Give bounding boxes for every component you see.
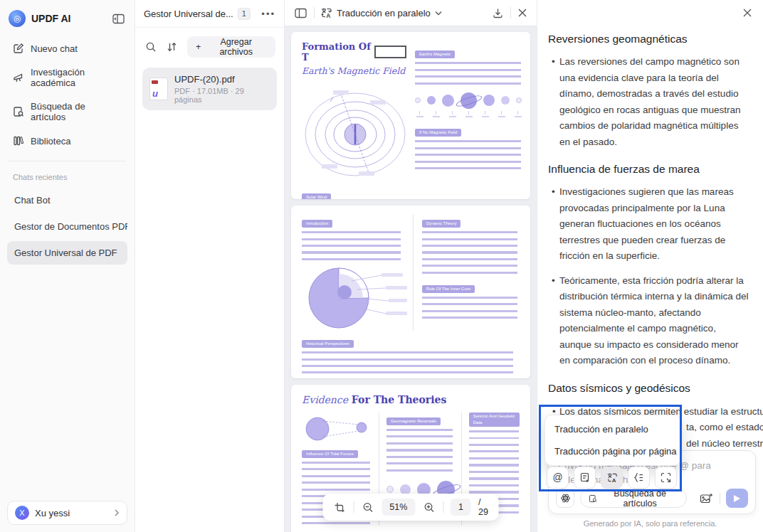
magnetic-field-diagram: [302, 80, 409, 186]
toggle-thumbnails-icon[interactable]: [293, 6, 308, 20]
pdf-badge: Dynamo Theory: [422, 220, 461, 228]
file-panel: Gestor Universal de... 1 ••• + Agregar a…: [135, 0, 285, 532]
file-list-item[interactable]: u UPDF-(20).pdf PDF · 17.01MB · 29 págin…: [142, 68, 277, 110]
page-total-label: / 29: [478, 497, 489, 517]
file-name: UPDF-(20).pdf: [174, 74, 270, 85]
chevron-down-icon: [435, 11, 442, 16]
bullet-paragraph: Teóricamente, esta fricción podría alter…: [559, 273, 749, 369]
collapse-sidebar-icon[interactable]: [111, 12, 126, 26]
page-number-input[interactable]: 1: [451, 499, 471, 516]
app-title: UPDF AI: [31, 13, 105, 24]
add-files-button[interactable]: + Agregar archivos: [187, 36, 275, 58]
pdf-badge: Seismic And Geodetic Data: [469, 413, 520, 427]
sidebar-item-label: Biblioteca: [31, 136, 70, 147]
search-icon[interactable]: [144, 40, 158, 54]
download-icon[interactable]: [491, 6, 505, 20]
pdf-badge: If No Magnetic Field: [415, 129, 461, 137]
section-heading: Influencia de fuerzas de marea: [548, 163, 754, 176]
sidebar-item-new-chat[interactable]: Nuevo chat: [7, 37, 127, 60]
translation-panel: Reversiones geomagnéticas Las reversione…: [537, 0, 763, 532]
pdf-badge: Influence Of Tidal Forces: [302, 450, 358, 458]
ai-disclaimer: Generado por IA, solo para referencia.: [537, 519, 763, 528]
text-lines-placeholder: [302, 231, 401, 261]
text-lines-placeholder: [415, 140, 521, 170]
saturn-icon: [461, 92, 477, 109]
ai-model-icon[interactable]: [556, 489, 574, 508]
text-lines-placeholder: [422, 297, 517, 320]
sort-icon[interactable]: [165, 40, 179, 54]
pdf-pages-area: Formation Of T Earth's Magnetic Field: [285, 26, 537, 532]
article-search-icon: [13, 106, 24, 117]
zoom-in-icon[interactable]: [422, 501, 436, 514]
recent-chats-label: Chats recientes: [7, 170, 127, 188]
translation-mode-dropdown[interactable]: A Traducción en paralelo: [320, 7, 442, 18]
file-panel-toolbar: + Agregar archivos: [135, 28, 284, 65]
pdf-page-1[interactable]: Formation Of T Earth's Magnetic Field: [291, 32, 530, 199]
updf-logo-icon: ◎: [9, 10, 26, 27]
user-account-button[interactable]: X Xu yessi: [7, 501, 127, 525]
text-lines-placeholder: [422, 231, 517, 275]
pdf-page-2[interactable]: Introduction: [291, 206, 530, 378]
chevron-right-icon: [114, 509, 120, 517]
text-lines-placeholder: [415, 62, 521, 85]
pdf-file-icon: u: [149, 78, 168, 100]
send-button[interactable]: [726, 489, 748, 508]
file-panel-title: Gestor Universal de...: [144, 9, 233, 19]
menu-item-parallel-translation[interactable]: Traducción en paralelo: [545, 418, 680, 440]
research-icon: [13, 72, 24, 83]
sidebar-header: ◎ UPDF AI: [7, 9, 127, 37]
chat-item-chat-bot[interactable]: Chat Bot: [7, 188, 127, 212]
summarize-icon[interactable]: [574, 467, 596, 489]
translation-mode-label: Traducción en paralelo: [337, 8, 431, 18]
bullet-line-fragment: ta, como el estado: [686, 422, 763, 432]
area-select-icon[interactable]: [655, 467, 677, 489]
add-image-icon[interactable]: [698, 491, 714, 506]
updf-ai-app: ◎ UPDF AI Nuevo chat Investigación acadé…: [0, 0, 763, 532]
article-search-icon: [589, 494, 597, 504]
bullet-paragraph: Las reversiones del campo magnético son …: [559, 54, 749, 150]
section-heading: Reversiones geomagnéticas: [548, 33, 754, 46]
sidebar-item-label: Investigación académica: [31, 67, 122, 88]
more-options-icon[interactable]: •••: [261, 9, 275, 19]
text-selection-box: [374, 46, 406, 58]
file-panel-header: Gestor Universal de... 1 •••: [135, 0, 284, 28]
close-viewer-icon[interactable]: [517, 7, 528, 18]
pdf-badge: Geomagnetic Reversals: [386, 417, 441, 425]
pdf-badge: Role Of The Inner Core: [422, 285, 475, 293]
chat-item-gestor-universal[interactable]: Gestor Universal de PDF: [7, 241, 127, 265]
file-count-badge: 1: [238, 8, 251, 20]
sidebar-divider: [9, 161, 126, 161]
translate-icon[interactable]: A: [601, 467, 623, 489]
pdf-page3-title: Evidence For The Theories: [302, 394, 520, 405]
svg-text:A: A: [611, 477, 616, 482]
viewer-topbar: A Traducción en paralelo: [285, 0, 537, 26]
pdf-badge: Earth's Magnetic: [415, 50, 456, 58]
extract-outline-icon[interactable]: [628, 467, 650, 489]
close-panel-icon[interactable]: [742, 7, 753, 18]
sidebar-item-article-search[interactable]: Búsqueda de artículos: [7, 95, 127, 128]
pdf-badge: Solar Wind: [302, 193, 331, 199]
sidebar-item-library[interactable]: Biblioteca: [7, 129, 127, 152]
translate-icon: A: [320, 7, 332, 18]
article-search-pill-button[interactable]: Búsqueda de artículos: [580, 489, 687, 508]
text-lines-placeholder: [386, 429, 453, 472]
column-divider: [413, 215, 414, 331]
menu-item-page-by-page-translation[interactable]: Traducción página por página: [545, 440, 680, 462]
plus-icon: +: [196, 42, 201, 52]
mention-icon[interactable]: @: [547, 467, 569, 489]
crop-icon[interactable]: [333, 501, 347, 514]
sidebar-item-label: Nuevo chat: [31, 43, 78, 54]
library-icon: [13, 135, 24, 147]
divider: [720, 493, 720, 504]
text-lines-placeholder: [302, 351, 513, 374]
file-meta: PDF · 17.01MB · 29 páginas: [174, 87, 270, 104]
viewer-toolbar: 51% 1 / 29: [323, 494, 499, 521]
sidebar-item-label: Búsqueda de artículos: [31, 101, 122, 122]
zoom-out-icon[interactable]: [361, 501, 374, 514]
chat-item-gestor-documentos[interactable]: Gestor de Documentos PDF: [7, 215, 127, 238]
composer-actions: Búsqueda de artículos: [556, 489, 748, 508]
planet-ticks: [415, 111, 523, 117]
svg-text:A: A: [326, 12, 330, 19]
sidebar-item-academic-research[interactable]: Investigación académica: [7, 61, 127, 94]
pdf-badge: Introduction: [302, 220, 332, 228]
